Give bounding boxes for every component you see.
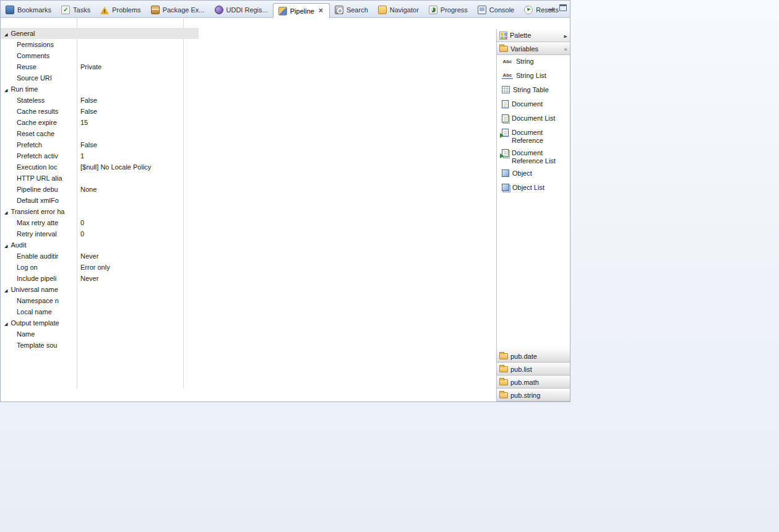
palette-icon bbox=[499, 32, 507, 40]
property-row[interactable]: Audit bbox=[1, 239, 199, 251]
search-icon bbox=[335, 6, 343, 14]
property-row[interactable]: StatelessFalse bbox=[1, 95, 199, 106]
property-row[interactable]: General bbox=[1, 28, 199, 39]
string-icon bbox=[502, 58, 513, 65]
property-row[interactable]: Namespace n bbox=[1, 295, 199, 306]
palette-header[interactable]: Palette bbox=[497, 29, 570, 42]
palette-item-document-reference-list[interactable]: Document Reference List bbox=[497, 147, 570, 167]
property-row[interactable]: Comments bbox=[1, 50, 199, 61]
property-row[interactable]: Enable auditirNever bbox=[1, 251, 199, 262]
palette-item-string-list[interactable]: String List bbox=[497, 69, 570, 84]
property-row[interactable]: Name bbox=[1, 328, 199, 340]
tab-search[interactable]: Search bbox=[330, 2, 373, 17]
pin-icon[interactable] bbox=[564, 45, 567, 53]
string-list-icon bbox=[502, 72, 513, 79]
property-row[interactable]: Run time bbox=[1, 84, 199, 95]
collapse-palette-icon[interactable] bbox=[564, 32, 567, 39]
palette-drawer-pub-date[interactable]: pub.date bbox=[497, 350, 570, 363]
palette-drawer-variables[interactable]: Variables bbox=[497, 42, 570, 55]
property-row[interactable]: Cache expire15 bbox=[1, 117, 199, 128]
property-row[interactable]: Execution loc[$null] No Locale Policy bbox=[1, 161, 199, 173]
palette-item-document-list[interactable]: Document List bbox=[497, 112, 570, 126]
properties-panel: Properties Property Value General bbox=[0, 0, 199, 389]
folder-icon bbox=[499, 392, 508, 398]
bookmarks-icon bbox=[6, 6, 14, 14]
property-row[interactable]: Universal name bbox=[1, 284, 199, 295]
palette-item-string-table[interactable]: String Table bbox=[497, 84, 570, 98]
properties-table: Property Value General Permissions Comme… bbox=[1, 17, 199, 388]
palette-drawer-pub-math[interactable]: pub.math bbox=[497, 375, 570, 388]
palette-item-object[interactable]: Object bbox=[497, 167, 570, 181]
tab-progress[interactable]: Progress bbox=[424, 2, 473, 17]
property-row[interactable]: Cache resultsFalse bbox=[1, 106, 199, 117]
maximize-icon[interactable] bbox=[559, 4, 567, 11]
close-icon[interactable] bbox=[317, 7, 324, 14]
property-row[interactable]: Local name bbox=[1, 306, 199, 317]
property-row[interactable]: Max retry atte0 bbox=[1, 217, 199, 228]
tab-console[interactable]: Console bbox=[473, 2, 519, 17]
property-row[interactable]: Retry interval0 bbox=[1, 228, 199, 239]
object-list-icon bbox=[502, 184, 509, 191]
folder-icon bbox=[499, 353, 508, 359]
property-row[interactable]: Transient error ha bbox=[1, 206, 199, 217]
tab-problems[interactable]: Problems bbox=[95, 2, 145, 17]
document-list-icon bbox=[502, 114, 509, 122]
palette-item-string[interactable]: String bbox=[497, 55, 570, 69]
tab-uddi-registries[interactable]: UDDI Regis... bbox=[210, 2, 273, 17]
object-icon bbox=[502, 169, 509, 177]
pipeline-icon bbox=[278, 7, 287, 15]
tab-pipeline[interactable]: Pipeline bbox=[273, 3, 330, 18]
property-row[interactable]: HTTP URL alia bbox=[1, 173, 199, 184]
document-reference-list-icon bbox=[502, 149, 509, 157]
folder-icon bbox=[499, 46, 508, 52]
palette-item-document[interactable]: Document bbox=[497, 98, 570, 112]
tab-navigator[interactable]: Navigator bbox=[373, 2, 424, 17]
property-row[interactable]: Permissions bbox=[1, 39, 199, 50]
tab-package-explorer[interactable]: Package Ex... bbox=[146, 2, 210, 17]
palette-drawer-pub-string[interactable]: pub.string bbox=[497, 388, 570, 401]
uddi-registry-icon bbox=[215, 6, 223, 14]
workbench: Package Navigator 50_External 51_Externa… bbox=[0, 0, 779, 532]
property-row[interactable]: Output template bbox=[1, 317, 199, 328]
tab-bookmarks[interactable]: Bookmarks bbox=[1, 2, 56, 17]
property-row[interactable]: Template sou bbox=[1, 340, 199, 351]
problems-icon bbox=[100, 7, 109, 14]
palette-item-document-reference[interactable]: Document Reference bbox=[497, 126, 570, 147]
property-row[interactable]: Reset cache bbox=[1, 128, 199, 139]
progress-icon bbox=[429, 6, 437, 14]
property-row[interactable]: PrefetchFalse bbox=[1, 139, 199, 150]
property-row[interactable]: Default xmlFo bbox=[1, 195, 199, 206]
pipeline-palette: Palette Variables String String List Str… bbox=[496, 29, 570, 401]
document-reference-icon bbox=[502, 129, 509, 137]
property-row[interactable]: Prefetch activ1 bbox=[1, 150, 199, 161]
string-table-icon bbox=[502, 86, 510, 93]
property-row[interactable]: Log onError only bbox=[1, 262, 199, 273]
folder-icon bbox=[499, 366, 508, 372]
property-row[interactable]: Include pipeliNever bbox=[1, 273, 199, 284]
folder-icon bbox=[499, 379, 508, 385]
tab-tasks[interactable]: Tasks bbox=[56, 2, 95, 17]
package-explorer-icon bbox=[151, 6, 160, 14]
navigator-icon bbox=[378, 6, 387, 14]
property-row[interactable]: ReusePrivate bbox=[1, 61, 199, 72]
minimize-icon[interactable] bbox=[548, 4, 555, 11]
palette-drawer-pub-list[interactable]: pub.list bbox=[497, 363, 570, 375]
results-icon bbox=[524, 6, 533, 14]
property-row[interactable]: Source URI bbox=[1, 72, 199, 84]
bottom-view-tabbar: Bookmarks Tasks Problems Package Ex... U… bbox=[1, 1, 570, 18]
console-icon bbox=[478, 6, 486, 14]
palette-item-object-list[interactable]: Object List bbox=[497, 181, 570, 195]
document-icon bbox=[502, 100, 509, 108]
tasks-icon bbox=[61, 6, 70, 14]
property-row[interactable]: Pipeline debuNone bbox=[1, 184, 199, 195]
